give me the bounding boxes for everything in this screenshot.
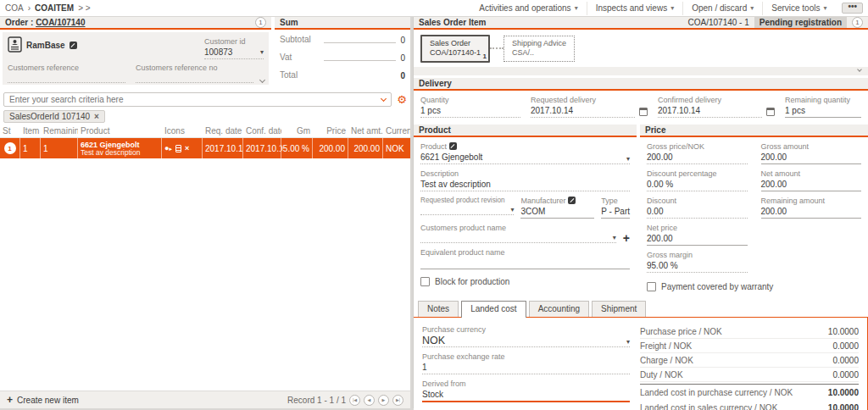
block-for-production-checkbox[interactable] [420,277,430,286]
row-remaining: 1 [41,138,78,158]
tab-landed-cost[interactable]: Landed cost [461,301,526,318]
order-count-badge: 1 [255,17,266,28]
col-header-conf-date[interactable]: Conf. date [243,126,281,136]
chevron-down-icon: ▾ [670,4,674,12]
search-settings-gear-icon[interactable]: ⚙ [397,94,407,105]
breadcrumb-root[interactable]: COA [5,3,24,13]
row-conf-date: 2017.10.14 [243,138,281,158]
more-options-button[interactable]: ••• [842,3,863,14]
sum-subtotal-row: Subtotal 0 [280,35,405,45]
requested-product-revision-label: Requested product revision [420,196,514,206]
flow-shipping-advice-node[interactable]: Shipping Advice CSA/.. [504,36,575,62]
customer-name[interactable]: RamBase [26,41,65,50]
table-row-selected[interactable]: 1 1 1 6621 Gjengebolt Test av descriptio… [0,138,410,158]
price-section-header: Price [640,125,868,137]
status-badge: 1 [4,142,16,154]
requested-delivery-field[interactable]: 2017.10.14 [531,105,635,118]
gross-margin-field[interactable]: 95.00 % [647,260,748,273]
col-header-st[interactable]: St [0,126,20,136]
flow-sales-order-node[interactable]: Sales Order COA/107140-1 1 [420,35,490,63]
equivalent-product-name-field[interactable] [420,258,630,269]
order-link[interactable]: COA/107140 [36,18,85,27]
gross-amount-field: 200.00 [761,152,862,164]
col-header-item[interactable]: Item [20,126,41,136]
prev-page-button[interactable]: ◀ [364,395,375,406]
document-flow: Sales Order COA/107140-1 1 Shipping Advi… [414,30,868,67]
flow-node-count: 1 [483,52,487,61]
edit-manufacturer-icon[interactable] [568,197,576,204]
menu-open-discard[interactable]: Open / discard ▾ [682,2,762,15]
requested-product-revision-field[interactable]: ▾ [420,206,514,215]
col-header-req-date[interactable]: Req. date [203,126,243,136]
row-icons-cell: ●▸ × [162,138,203,158]
customers-reference-no-field[interactable] [136,73,253,83]
remaining-quantity-field: 1 pcs [785,105,861,118]
order-panel-header: Order : COA/107140 1 [0,17,271,30]
tab-notes[interactable]: Notes [418,301,459,317]
row-product-cell: 6621 Gjengebolt Test av description [78,138,162,158]
menu-inspects-and-views[interactable]: Inspects and views ▾ [587,2,683,15]
product-field[interactable]: 6621 Gjengebolt ▾ [420,152,630,164]
status-count-badge: 1 [852,17,863,28]
block-for-production-label: Block for production [435,277,509,286]
first-page-button[interactable]: |◀ [349,395,360,406]
calendar-icon[interactable] [766,108,775,116]
col-header-remaining[interactable]: Remaining [41,126,78,136]
col-header-product[interactable]: Product [78,126,162,136]
customer-card: RamBase Customer id 100873 ▾ Customers r… [3,32,269,85]
sum-total-row: Total 0 [280,70,405,80]
menu-activities-and-operations[interactable]: Activities and operations ▾ [470,2,586,15]
gross-price-label: Gross price/NOK [647,141,748,152]
chevron-down-icon[interactable]: ▾ [626,338,630,346]
filter-chip-salesorderid[interactable]: SalesOrderId 107140 × [3,110,105,123]
col-header-icons[interactable]: Icons [162,126,203,136]
discount-percentage-field[interactable]: 0.00 % [647,179,748,191]
chevron-down-icon[interactable]: ▾ [510,206,514,214]
payment-covered-by-warranty-label: Payment covered by warranty [661,282,773,291]
charge-row: Charge / NOK 0.0000 [640,353,859,368]
purchase-currency-field[interactable]: NOK ▾ [422,335,630,347]
chevron-down-icon[interactable]: ▾ [626,155,630,163]
gross-price-field[interactable]: 200.00 [647,152,748,164]
panel-title: Sales Order Item [419,18,486,27]
chevron-down-icon[interactable]: ▾ [260,47,264,58]
quantity-field[interactable]: 1 pcs [420,105,520,118]
calendar-icon[interactable] [639,108,648,116]
menu-service-tools[interactable]: Service tools ▾ [762,2,835,15]
create-new-item-button[interactable]: + Create new item [7,394,79,406]
last-page-button[interactable]: ▶| [392,395,403,406]
discount-field[interactable]: 0.00 [647,206,748,219]
customer-id-field[interactable]: 100873 ▾ [204,47,264,59]
document-icon[interactable] [175,145,181,152]
collapse-flow-chevron-icon[interactable] [857,67,862,72]
description-field[interactable]: Test av description [420,179,630,191]
col-header-gm[interactable]: Gm [281,126,313,136]
col-header-net-amt[interactable]: Net amt. [348,126,383,136]
items-footer: + Create new item Record 1 - 1 / 1 |◀ ◀ … [0,391,410,408]
edit-customer-icon[interactable] [70,42,77,49]
product-label: Product [420,141,630,152]
customer-card-icon [8,36,22,54]
next-page-button[interactable]: ▶ [378,395,389,406]
col-header-price[interactable]: Price [313,126,348,136]
tab-shipment[interactable]: Shipment [592,301,646,317]
derived-from-field[interactable]: Stock [422,389,630,402]
purchase-exchange-rate-label: Purchase exchange rate [422,352,630,362]
purchase-currency-label: Purchase currency [422,324,630,335]
add-customers-product-icon[interactable]: + [623,233,630,243]
status-dot-icon[interactable]: ●▸ [164,145,172,152]
breadcrumb-current[interactable]: COAITEM [35,3,74,13]
search-input[interactable] [3,92,392,107]
payment-covered-by-warranty-checkbox[interactable] [647,282,656,291]
edit-product-icon[interactable] [449,142,457,150]
confirmed-delivery-field[interactable]: 2017.10.14 [658,105,762,118]
delete-item-icon[interactable]: × [185,145,189,152]
remove-filter-icon[interactable]: × [94,112,99,121]
chevron-down-icon[interactable]: ▾ [613,234,616,242]
col-header-currency[interactable]: Currency [383,126,410,136]
manufacturer-field[interactable]: 3COM [520,206,594,219]
customers-reference-field[interactable] [8,73,125,83]
purchase-exchange-rate-field[interactable]: 1 [422,362,630,374]
tab-accounting[interactable]: Accounting [529,301,589,317]
customers-product-name-field[interactable]: ▾ [420,234,616,243]
